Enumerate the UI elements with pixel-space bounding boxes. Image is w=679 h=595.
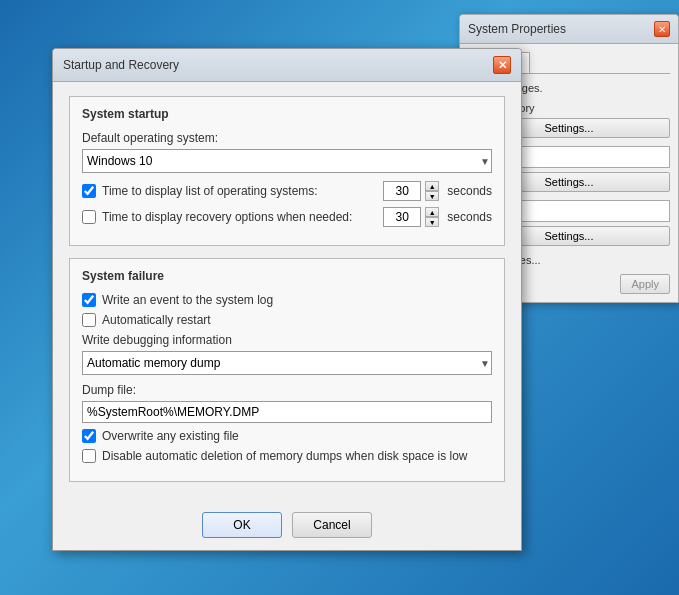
- time-recovery-checkbox[interactable]: [82, 210, 96, 224]
- time-recovery-row: Time to display recovery options when ne…: [82, 207, 492, 227]
- time-display-seconds-label: seconds: [447, 184, 492, 198]
- write-event-checkbox[interactable]: [82, 293, 96, 307]
- time-display-down-button[interactable]: ▼: [425, 191, 439, 201]
- disable-auto-label: Disable automatic deletion of memory dum…: [102, 449, 468, 463]
- system-props-close-button[interactable]: ✕: [654, 21, 670, 37]
- system-props-title: System Properties: [468, 22, 566, 36]
- dialog-title: Startup and Recovery: [63, 58, 179, 72]
- debug-info-dropdown-wrapper[interactable]: Automatic memory dump ▼: [82, 351, 492, 375]
- time-display-spinner: 30 ▲ ▼: [383, 181, 439, 201]
- debug-info-select[interactable]: Automatic memory dump: [82, 351, 492, 375]
- dialog-titlebar: Startup and Recovery ✕: [53, 49, 521, 82]
- write-event-label: Write an event to the system log: [102, 293, 273, 307]
- disable-auto-checkbox[interactable]: [82, 449, 96, 463]
- time-display-checkbox[interactable]: [82, 184, 96, 198]
- time-recovery-spinner-btns: ▲ ▼: [425, 207, 439, 227]
- write-event-row: Write an event to the system log: [82, 293, 492, 307]
- overwrite-label: Overwrite any existing file: [102, 429, 239, 443]
- overwrite-checkbox[interactable]: [82, 429, 96, 443]
- time-display-spinner-btns: ▲ ▼: [425, 181, 439, 201]
- time-recovery-down-button[interactable]: ▼: [425, 217, 439, 227]
- system-props-titlebar: System Properties ✕: [460, 15, 678, 44]
- time-recovery-seconds-label: seconds: [447, 210, 492, 224]
- time-display-row: Time to display list of operating system…: [82, 181, 492, 201]
- startup-recovery-dialog: Startup and Recovery ✕ System startup De…: [52, 48, 522, 551]
- disable-auto-row: Disable automatic deletion of memory dum…: [82, 449, 492, 463]
- startup-section-label: System startup: [82, 107, 492, 121]
- ok-button[interactable]: OK: [202, 512, 282, 538]
- dialog-footer: OK Cancel: [53, 504, 521, 550]
- failure-section: System failure Write an event to the sys…: [69, 258, 505, 482]
- dump-file-input[interactable]: [82, 401, 492, 423]
- startup-section: System startup Default operating system:…: [69, 96, 505, 246]
- debug-info-row: Automatic memory dump ▼: [82, 351, 492, 375]
- time-recovery-label: Time to display recovery options when ne…: [102, 210, 377, 224]
- default-os-row: Windows 10 ▼: [82, 149, 492, 173]
- dump-file-label: Dump file:: [82, 383, 492, 397]
- overwrite-row: Overwrite any existing file: [82, 429, 492, 443]
- time-display-input[interactable]: 30: [383, 181, 421, 201]
- time-display-label: Time to display list of operating system…: [102, 184, 377, 198]
- sp-apply-button[interactable]: Apply: [620, 274, 670, 294]
- dialog-close-button[interactable]: ✕: [493, 56, 511, 74]
- auto-restart-row: Automatically restart: [82, 313, 492, 327]
- time-recovery-input[interactable]: 30: [383, 207, 421, 227]
- time-recovery-up-button[interactable]: ▲: [425, 207, 439, 217]
- cancel-button[interactable]: Cancel: [292, 512, 372, 538]
- time-recovery-spinner: 30 ▲ ▼: [383, 207, 439, 227]
- auto-restart-checkbox[interactable]: [82, 313, 96, 327]
- default-os-select[interactable]: Windows 10: [82, 149, 492, 173]
- dialog-body: System startup Default operating system:…: [53, 82, 521, 504]
- default-os-dropdown-wrapper[interactable]: Windows 10 ▼: [82, 149, 492, 173]
- time-display-up-button[interactable]: ▲: [425, 181, 439, 191]
- debug-info-label: Write debugging information: [82, 333, 492, 347]
- auto-restart-label: Automatically restart: [102, 313, 211, 327]
- failure-section-label: System failure: [82, 269, 492, 283]
- default-os-label: Default operating system:: [82, 131, 492, 145]
